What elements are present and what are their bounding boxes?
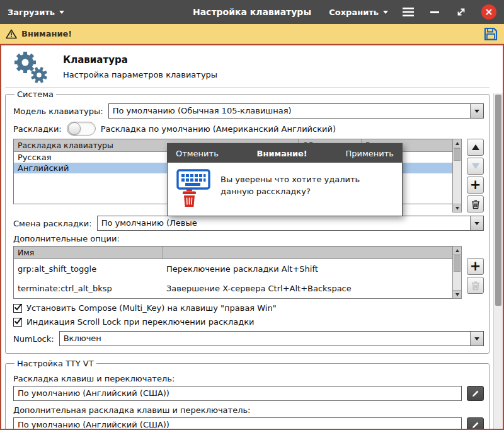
table-row[interactable]: terminate:ctrl_alt_bksp Завершение X-сер…: [14, 279, 452, 298]
options-table-header: Имя: [14, 247, 452, 259]
content-frame: Клавиатура Настройка параметров клавиату…: [0, 44, 504, 430]
scroll-down-icon[interactable]: [453, 204, 461, 212]
dropdown-arrow-icon[interactable]: [470, 104, 483, 118]
menu-icon[interactable]: [402, 6, 415, 18]
confirm-delete-dialog: Отменить Внимание! Применить Вы уверены …: [167, 143, 403, 216]
dialog-title: Внимание!: [257, 149, 307, 158]
scrolllock-option[interactable]: Индикация Scroll Lock при переключении р…: [13, 317, 484, 327]
option-name-cell: grp:alt_shift_toggle: [14, 264, 163, 274]
layout-switch-label: Смена раскладки:: [13, 219, 92, 228]
add-layout-button[interactable]: +: [467, 177, 484, 194]
option-desc-cell: Переключение раскладки Alt+Shift: [163, 264, 452, 274]
option-desc-cell: Завершение X-сервера Ctrl+Alt+Backspace: [163, 283, 452, 294]
scroll-up-icon[interactable]: [453, 247, 461, 255]
scrolllock-checkbox[interactable]: [13, 318, 22, 327]
scrolllock-label: Индикация Scroll Lock при переключении р…: [26, 317, 254, 327]
tty-layout-input[interactable]: По умолчанию (Английский (США)): [13, 386, 462, 401]
warning-label: Внимание!: [21, 29, 72, 38]
pencil-icon: [472, 390, 479, 397]
layouts-toggle[interactable]: [67, 122, 96, 136]
column-header: [163, 247, 452, 259]
options-table-scrollbar[interactable]: [452, 246, 462, 299]
check-icon: [14, 303, 22, 311]
delete-layout-button[interactable]: [467, 195, 484, 212]
dialog-apply-button[interactable]: Применить: [346, 149, 394, 158]
compose-label: Установить Compose (Multi_Key) на клавиш…: [26, 303, 277, 313]
warning-icon: [6, 29, 17, 39]
pencil-icon: [472, 421, 479, 429]
toggle-knob[interactable]: [68, 122, 81, 135]
tty-section: Настройка TTY VT Раскладка клавиш и пере…: [5, 359, 490, 429]
compose-checkbox[interactable]: [13, 304, 22, 313]
save-disk-icon: [483, 26, 498, 42]
check-icon: [14, 317, 22, 325]
numlock-label: NumLock:: [13, 334, 54, 344]
keyboard-model-value: По умолчанию (Обычная 105-клавишная): [109, 104, 470, 118]
edit-button[interactable]: [467, 417, 484, 429]
layouts-toggle-text: Раскладка по умолчанию (Американский Анг…: [101, 124, 336, 134]
tty-extra-layout-label: Дополнительная раскладка клавиш и перекл…: [13, 405, 484, 415]
layouts-buttons: +: [467, 139, 484, 212]
up-arrow-icon: [472, 144, 479, 150]
chevron-down-icon: [383, 11, 388, 14]
option-name-cell: terminate:ctrl_alt_bksp: [14, 283, 163, 294]
quick-save-button[interactable]: [483, 26, 498, 42]
move-up-button[interactable]: [467, 139, 484, 156]
layouts-table-scrollbar[interactable]: [452, 139, 462, 212]
layout-switch-value: По умолчанию (Левые: [98, 216, 470, 230]
load-menu-label: Загрузить: [8, 8, 55, 17]
system-section: Система Модель клавиатуры: По умолчанию …: [5, 90, 490, 354]
scrollbar-thumb[interactable]: [495, 95, 501, 306]
main-scrollbar[interactable]: [493, 93, 503, 429]
layout-switch-select[interactable]: По умолчанию (Левые: [97, 216, 484, 231]
move-down-button[interactable]: [467, 158, 484, 175]
dialog-message: Вы уверены что хотите удалить данную рас…: [220, 168, 389, 198]
dropdown-arrow-icon[interactable]: [470, 332, 483, 346]
options-table-area: Имя grp:alt_shift_toggle Переключение ра…: [13, 246, 484, 299]
column-header: Имя: [14, 247, 163, 259]
module-header: Клавиатура Настройка параметров клавиату…: [5, 45, 490, 88]
scroll-down-icon[interactable]: [453, 290, 461, 298]
tty-legend: Настройка TTY VT: [14, 359, 96, 368]
page-subtitle: Настройка параметров клавиатуры: [63, 70, 217, 79]
options-label: Дополнительные опции:: [13, 234, 484, 243]
minimize-icon[interactable]: [428, 6, 441, 18]
table-row[interactable]: grp:alt_shift_toggle Переключение раскла…: [14, 259, 452, 279]
options-buttons: +: [467, 258, 484, 294]
gears-icon: [10, 50, 50, 84]
add-option-button[interactable]: +: [467, 258, 484, 275]
chevron-down-icon: [59, 11, 64, 14]
numlock-value: Включен: [60, 332, 470, 346]
options-table: Имя grp:alt_shift_toggle Переключение ра…: [13, 246, 452, 299]
scrollbar-thumb[interactable]: [454, 255, 461, 272]
page-title: Клавиатура: [63, 54, 217, 66]
delete-option-button[interactable]: [467, 277, 484, 294]
scroll-up-icon[interactable]: [453, 139, 461, 148]
compose-option[interactable]: Установить Compose (Multi_Key) на клавиш…: [13, 303, 484, 313]
dialog-cancel-button[interactable]: Отменить: [176, 149, 219, 158]
dropdown-arrow-icon[interactable]: [470, 216, 483, 230]
trash-icon-disabled: [471, 281, 480, 291]
keyboard-delete-icon: [176, 168, 210, 207]
save-menu-button[interactable]: Сохранить: [329, 8, 388, 17]
dialog-header: Отменить Внимание! Применить: [168, 144, 402, 163]
keyboard-model-label: Модель клавиатуры:: [13, 107, 103, 116]
system-legend: Система: [14, 90, 56, 99]
save-menu-label: Сохранить: [329, 8, 379, 17]
down-arrow-icon: [472, 163, 479, 169]
close-icon[interactable]: [481, 4, 496, 20]
dialog-body: Вы уверены что хотите удалить данную рас…: [168, 163, 402, 216]
warning-bar: Внимание!: [0, 24, 504, 44]
load-menu-button[interactable]: Загрузить: [8, 8, 64, 17]
trash-icon: [471, 199, 480, 209]
layouts-label: Раскладки:: [13, 124, 62, 134]
keyboard-model-select[interactable]: По умолчанию (Обычная 105-клавишная): [108, 103, 484, 119]
edit-button[interactable]: [467, 386, 484, 401]
expand-icon[interactable]: [455, 6, 467, 18]
numlock-select[interactable]: Включен: [59, 331, 484, 346]
tty-layout-label: Раскладка клавиш и переключатель:: [13, 374, 484, 383]
tty-extra-layout-input[interactable]: По умолчанию (Английский (США)): [13, 417, 462, 429]
scrollbar-thumb[interactable]: [454, 148, 461, 161]
titlebar: Загрузить Настройка клавиатуры Сохранить: [0, 0, 504, 24]
